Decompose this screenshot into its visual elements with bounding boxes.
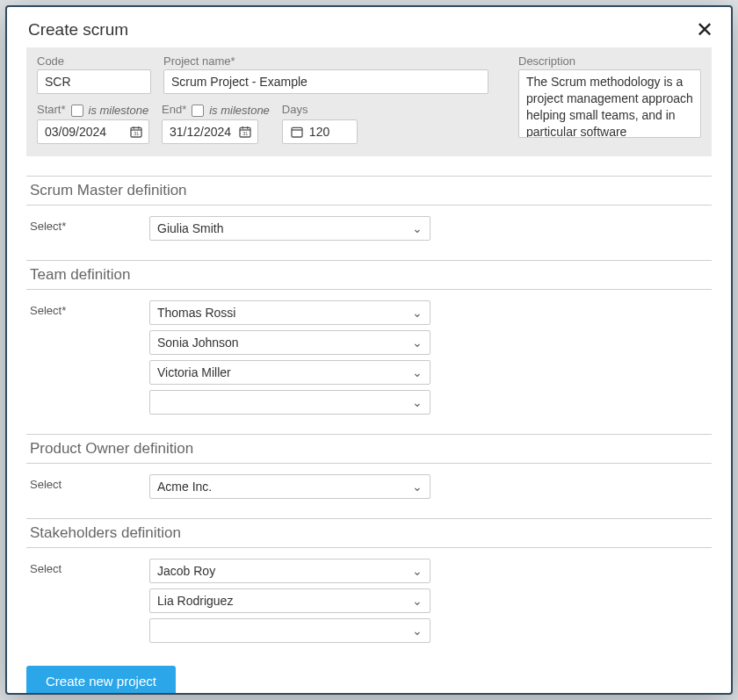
project-name-input[interactable] — [163, 69, 488, 94]
close-button[interactable]: ✕ — [696, 19, 713, 40]
stakeholder-select-2[interactable]: Lia Rodriguez⌄ — [149, 588, 430, 613]
calendar-icon: 31 — [238, 125, 252, 139]
create-project-button[interactable]: Create new project — [26, 666, 176, 693]
days-input[interactable]: 120 — [282, 119, 358, 144]
team-select-4[interactable]: ⌄ — [149, 390, 430, 415]
product-owner-select-label: Select — [26, 474, 149, 491]
end-label: End* — [162, 103, 186, 116]
start-date-input[interactable]: 03/09/2024 31 — [37, 119, 149, 144]
create-scrum-modal: Create scrum ✕ Code Project name* Descri… — [5, 5, 733, 695]
scrum-master-select[interactable]: Giulia Smith ⌄ — [149, 216, 430, 241]
product-owner-select[interactable]: Acme Inc.⌄ — [149, 474, 430, 499]
start-milestone-label: is milestone — [89, 104, 149, 117]
chevron-down-icon: ⌄ — [412, 395, 423, 409]
code-label: Code — [37, 54, 160, 68]
product-owner-section-title: Product Owner definition — [26, 434, 712, 464]
calendar-icon: 31 — [129, 125, 143, 139]
stakeholder-select-1[interactable]: Jacob Roy⌄ — [149, 559, 430, 583]
chevron-down-icon: ⌄ — [412, 221, 423, 235]
stakeholders-select-label: Select — [26, 559, 149, 575]
stakeholders-section-title: Stakeholders definition — [26, 518, 712, 548]
chevron-down-icon: ⌄ — [412, 624, 423, 638]
team-select-2[interactable]: Sonia Johnson⌄ — [149, 330, 430, 355]
chevron-down-icon: ⌄ — [412, 336, 423, 350]
team-section-title: Team definition — [26, 260, 712, 290]
modal-title: Create scrum — [28, 20, 128, 40]
team-select-label: Select* — [26, 300, 149, 317]
end-date-input[interactable]: 31/12/2024 31 — [162, 119, 258, 144]
svg-rect-10 — [292, 127, 302, 137]
chevron-down-icon: ⌄ — [412, 564, 423, 578]
calendar-icon — [290, 125, 304, 139]
end-milestone-checkbox[interactable] — [192, 105, 204, 117]
team-select-3[interactable]: Victoria Miller⌄ — [149, 360, 430, 385]
team-select-1[interactable]: Thomas Rossi⌄ — [149, 300, 430, 325]
project-name-label: Project name* — [163, 54, 506, 68]
svg-text:31: 31 — [134, 131, 139, 136]
scrum-master-select-label: Select* — [26, 216, 149, 233]
close-icon: ✕ — [696, 18, 713, 41]
chevron-down-icon: ⌄ — [412, 594, 423, 608]
scrum-master-section-title: Scrum Master definition — [26, 176, 712, 206]
project-basics-panel: Code Project name* Description The Scrum… — [26, 47, 712, 156]
description-label: Description — [518, 54, 701, 68]
chevron-down-icon: ⌄ — [412, 365, 423, 379]
start-label: Start* — [37, 103, 66, 116]
chevron-down-icon: ⌄ — [412, 480, 423, 494]
start-milestone-checkbox[interactable] — [71, 105, 83, 117]
days-label: Days — [282, 103, 308, 116]
description-input[interactable]: The Scrum methodology is a project manag… — [518, 69, 701, 138]
chevron-down-icon: ⌄ — [412, 306, 423, 320]
svg-text:31: 31 — [242, 131, 248, 136]
stakeholder-select-3[interactable]: ⌄ — [149, 618, 430, 643]
code-input[interactable] — [37, 69, 151, 94]
end-milestone-label: is milestone — [209, 104, 270, 117]
